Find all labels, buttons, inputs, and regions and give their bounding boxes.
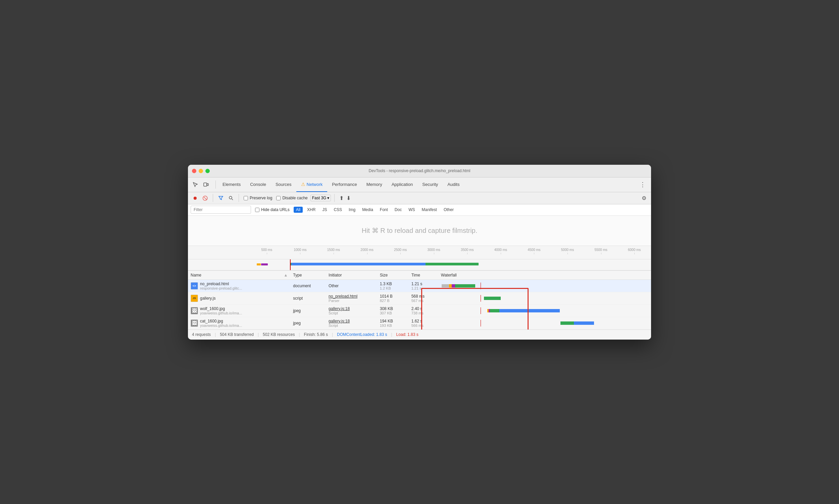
- filter-tag-css[interactable]: CSS: [331, 207, 344, 213]
- table-row[interactable]: JS gallery.js script no_preload.html Par…: [188, 292, 651, 304]
- col-waterfall: Waterfall: [438, 270, 651, 280]
- wf-seg-green-2: [490, 309, 499, 312]
- chevron-down-icon: ▾: [327, 196, 329, 200]
- table-header-row: Name ▲ Type Initiator Size Time Waterfal…: [188, 270, 651, 280]
- ruler-ticks: 500 ms 1000 ms 1500 ms 2000 ms 2500 ms 3…: [188, 248, 651, 252]
- devtools-window: DevTools - responsive-preload.glitch.me/…: [188, 165, 651, 340]
- nav-bar: Elements Console Sources ⚠ Network Perfo…: [188, 178, 651, 192]
- hide-data-urls-label[interactable]: Hide data URLs: [254, 208, 291, 212]
- cell-name-1: JS gallery.js: [188, 292, 290, 304]
- timeline-bars: [188, 259, 651, 270]
- filter-tag-js[interactable]: JS: [320, 207, 329, 213]
- cell-name-3: 🖼 cat_1600.jpg yoavweiss.github.io/ima..…: [188, 317, 290, 329]
- tab-performance[interactable]: Performance: [327, 177, 361, 192]
- hide-data-urls-checkbox[interactable]: [255, 208, 260, 212]
- wf-vline-2: [481, 307, 481, 314]
- file-icon-js: JS: [191, 294, 198, 302]
- import-button[interactable]: ⬆: [339, 195, 344, 201]
- tick-6000: 6000 ms: [618, 248, 651, 252]
- record-button[interactable]: ⏺: [191, 194, 199, 202]
- cell-waterfall-3: [438, 317, 651, 329]
- fileurl-2: yoavweiss.github.io/ima...: [200, 311, 242, 315]
- device-icon[interactable]: [201, 180, 211, 189]
- cell-size-2: 308 KB 307 KB: [377, 304, 409, 317]
- filter-tag-font[interactable]: Font: [378, 207, 390, 213]
- nav-divider: [215, 181, 216, 188]
- status-finish: Finish: 5.86 s: [304, 332, 328, 337]
- filter-tag-media[interactable]: Media: [360, 207, 376, 213]
- throttle-select[interactable]: Fast 3G ▾: [310, 195, 331, 201]
- settings-button[interactable]: ⚙: [640, 194, 648, 202]
- disable-cache-label[interactable]: Disable cache: [275, 196, 309, 200]
- svg-line-3: [232, 199, 233, 200]
- table-row[interactable]: <> no_preload.html responsive-preload.gl…: [188, 280, 651, 292]
- filter-tags: All XHR JS CSS Img Media Font Doc WS Man…: [293, 207, 456, 213]
- filter-tag-manifest[interactable]: Manifest: [420, 207, 439, 213]
- close-button[interactable]: [192, 169, 196, 173]
- cell-type-0: document: [290, 280, 326, 292]
- svg-rect-1: [207, 183, 209, 185]
- col-type: Type: [290, 270, 326, 280]
- search-icon[interactable]: [227, 194, 235, 202]
- window-title: DevTools - responsive-preload.glitch.me/…: [369, 168, 470, 173]
- filter-input[interactable]: [191, 206, 251, 214]
- more-tabs-button[interactable]: ⋮: [637, 181, 648, 188]
- cell-initiator-1: no_preload.html Parser: [326, 292, 377, 304]
- tab-sources[interactable]: Sources: [271, 177, 296, 192]
- tab-network[interactable]: ⚠ Network: [296, 177, 327, 192]
- timeline-bar-purple: [261, 264, 268, 266]
- tick-5000: 5000 ms: [551, 248, 584, 252]
- network-toolbar: ⏺ 🚫 Preserve log Disable cache Fast 3G ▾: [188, 192, 651, 204]
- cell-initiator-0: Other: [326, 280, 377, 292]
- tab-memory[interactable]: Memory: [362, 177, 387, 192]
- cell-name-2: 🖼 wolf_1600.jpg yoavweiss.github.io/ima.…: [188, 304, 290, 317]
- filter-icon[interactable]: [216, 194, 225, 202]
- svg-point-2: [229, 196, 232, 199]
- timeline-section: 500 ms 1000 ms 1500 ms 2000 ms 2500 ms 3…: [188, 246, 651, 270]
- cell-time-0: 1.21 s 1.21 s: [409, 280, 438, 292]
- wf-vline-3: [481, 320, 481, 326]
- tab-console[interactable]: Console: [245, 177, 271, 192]
- status-domcontent: DOMContentLoaded: 1.83 s: [337, 332, 387, 337]
- minimize-button[interactable]: [199, 169, 203, 173]
- tick-500: 500 ms: [250, 248, 284, 252]
- preserve-log-checkbox[interactable]: [244, 196, 248, 200]
- preserve-log-label[interactable]: Preserve log: [242, 196, 273, 200]
- tick-4000: 4000 ms: [484, 248, 517, 252]
- col-initiator: Initiator: [326, 270, 377, 280]
- filter-tag-xhr[interactable]: XHR: [305, 207, 318, 213]
- toolbar-divider1: [213, 194, 213, 202]
- maximize-button[interactable]: [206, 169, 210, 173]
- filter-tag-other[interactable]: Other: [441, 207, 456, 213]
- title-bar: DevTools - responsive-preload.glitch.me/…: [188, 165, 651, 178]
- filter-tag-ws[interactable]: WS: [406, 207, 417, 213]
- inspect-icon[interactable]: [191, 180, 200, 189]
- filter-tag-img[interactable]: Img: [346, 207, 358, 213]
- svg-rect-0: [204, 183, 207, 186]
- tab-elements[interactable]: Elements: [218, 177, 245, 192]
- nav-tabs: Elements Console Sources ⚠ Network Perfo…: [218, 177, 637, 192]
- table-row[interactable]: 🖼 wolf_1600.jpg yoavweiss.github.io/ima.…: [188, 304, 651, 317]
- export-button[interactable]: ⬇: [346, 195, 351, 201]
- tab-security[interactable]: Security: [417, 177, 443, 192]
- cell-size-3: 194 KB 193 KB: [377, 317, 409, 329]
- disable-cache-checkbox[interactable]: [276, 196, 281, 200]
- cell-size-0: 1.3 KB 1.2 KB: [377, 280, 409, 292]
- status-load: Load: 1.83 s: [396, 332, 418, 337]
- waterfall-1: [441, 295, 648, 302]
- wf-vline-1: [481, 295, 481, 302]
- cell-waterfall-1: [438, 292, 651, 304]
- file-icon-jpg-wolf: 🖼: [191, 307, 198, 314]
- filter-tag-all[interactable]: All: [293, 207, 303, 213]
- filter-tag-doc[interactable]: Doc: [392, 207, 404, 213]
- filmstrip-hint: Hit ⌘ R to reload and capture filmstrip.: [362, 227, 478, 235]
- tab-audits[interactable]: Audits: [443, 177, 464, 192]
- requests-table-wrapper: Name ▲ Type Initiator Size Time Waterfal…: [188, 270, 651, 329]
- fileurl-3: yoavweiss.github.io/ima...: [200, 323, 242, 327]
- clear-button[interactable]: 🚫: [201, 194, 210, 202]
- traffic-lights: [192, 169, 210, 173]
- tick-3500: 3500 ms: [450, 248, 484, 252]
- tab-application[interactable]: Application: [387, 177, 418, 192]
- tick-2500: 2500 ms: [383, 248, 417, 252]
- table-row[interactable]: 🖼 cat_1600.jpg yoavweiss.github.io/ima..…: [188, 317, 651, 329]
